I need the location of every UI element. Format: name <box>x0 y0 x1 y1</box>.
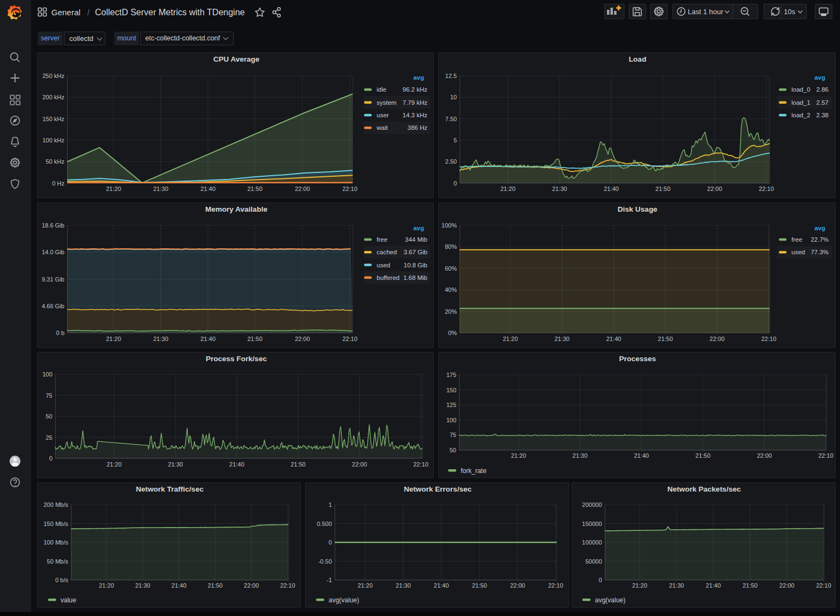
svg-text:100%: 100% <box>442 222 457 229</box>
svg-text:100 Mb/s: 100 Mb/s <box>44 539 69 546</box>
svg-text:21:50: 21:50 <box>290 461 306 468</box>
svg-text:21:50: 21:50 <box>742 582 758 589</box>
svg-text:386 Hz: 386 Hz <box>408 124 428 131</box>
svg-text:150 Mb/s: 150 Mb/s <box>44 521 69 527</box>
svg-text:Disk Usage: Disk Usage <box>618 205 658 213</box>
svg-text:200000: 200000 <box>582 501 602 508</box>
svg-text:load_0: load_0 <box>791 86 811 93</box>
svg-text:Network Traffic/sec: Network Traffic/sec <box>136 485 204 493</box>
svg-text:21:30: 21:30 <box>135 582 151 589</box>
svg-text:CollectD Server Metrics with T: CollectD Server Metrics with TDengine <box>95 8 245 17</box>
svg-text:Memory Available: Memory Available <box>205 205 267 213</box>
svg-text:20%: 20% <box>445 308 457 315</box>
svg-text:22:00: 22:00 <box>352 461 367 468</box>
svg-text:Process Fork/sec: Process Fork/sec <box>206 355 267 363</box>
svg-text:14.3 kHz: 14.3 kHz <box>403 112 428 118</box>
svg-text:96.2 kHz: 96.2 kHz <box>403 86 428 93</box>
svg-text:21:40: 21:40 <box>200 186 216 192</box>
svg-text:value: value <box>61 596 76 604</box>
svg-text:1: 1 <box>329 501 332 508</box>
svg-text:21:50: 21:50 <box>695 452 711 459</box>
svg-text:40%: 40% <box>445 286 457 293</box>
svg-text:2.50: 2.50 <box>445 158 457 165</box>
svg-text:system: system <box>377 99 396 106</box>
svg-text:12.5: 12.5 <box>445 73 457 79</box>
svg-text:22:00: 22:00 <box>510 582 525 589</box>
svg-text:avg: avg <box>814 225 825 231</box>
svg-text:75: 75 <box>46 392 52 399</box>
svg-text:80%: 80% <box>445 243 457 250</box>
svg-text:22.7%: 22.7% <box>811 236 829 243</box>
svg-text:22:10: 22:10 <box>818 452 833 459</box>
svg-text:100000: 100000 <box>582 539 602 546</box>
svg-text:150: 150 <box>446 387 456 393</box>
svg-text:150000: 150000 <box>582 521 602 527</box>
svg-text:25: 25 <box>46 434 52 441</box>
svg-text:7.50: 7.50 <box>445 116 457 122</box>
svg-text:avg: avg <box>413 74 424 81</box>
svg-text:22:10: 22:10 <box>413 461 428 468</box>
svg-text:avg: avg <box>413 225 424 231</box>
svg-text:21:40: 21:40 <box>706 582 721 589</box>
svg-text:75: 75 <box>450 432 456 438</box>
svg-text:14.0 Gib: 14.0 Gib <box>41 249 64 255</box>
svg-text:50 Mb/s: 50 Mb/s <box>47 558 69 565</box>
svg-text:21:50: 21:50 <box>247 336 263 342</box>
svg-text:4.66 Gib: 4.66 Gib <box>41 303 64 309</box>
svg-text:free: free <box>791 236 802 243</box>
svg-text:wait: wait <box>376 124 388 131</box>
svg-text:21:40: 21:40 <box>200 336 216 342</box>
svg-text:7.79 kHz: 7.79 kHz <box>403 99 428 106</box>
svg-text:load_1: load_1 <box>791 99 811 106</box>
svg-text:21:20: 21:20 <box>106 461 122 468</box>
svg-text:22:10: 22:10 <box>342 186 358 192</box>
svg-text:22:00: 22:00 <box>707 186 723 192</box>
svg-text:22:00: 22:00 <box>244 582 259 589</box>
svg-text:344 Mib: 344 Mib <box>405 236 427 243</box>
svg-text:0 Hz: 0 Hz <box>52 180 64 187</box>
svg-text:21:20: 21:20 <box>503 336 518 342</box>
svg-text:used: used <box>377 262 390 268</box>
svg-text:load_2: load_2 <box>791 112 811 118</box>
svg-text:21:30: 21:30 <box>168 461 183 468</box>
svg-text:150 kHz: 150 kHz <box>43 116 64 122</box>
svg-text:0: 0 <box>454 180 457 187</box>
svg-text:22:10: 22:10 <box>342 336 358 342</box>
svg-text:21:40: 21:40 <box>634 452 649 459</box>
svg-text:21:30: 21:30 <box>555 336 570 342</box>
svg-text:2.57: 2.57 <box>817 99 829 106</box>
svg-text:1.68 Mib: 1.68 Mib <box>403 274 427 281</box>
svg-text:125: 125 <box>446 402 456 408</box>
svg-text:buffered: buffered <box>377 274 400 281</box>
svg-text:21:20: 21:20 <box>99 582 114 589</box>
svg-text:avg: avg <box>814 74 825 81</box>
svg-text:21:40: 21:40 <box>606 336 622 342</box>
svg-text:free: free <box>377 236 388 243</box>
svg-text:avg(value): avg(value) <box>329 596 359 604</box>
svg-text:22:00: 22:00 <box>710 336 725 342</box>
svg-text:CPU Average: CPU Average <box>213 55 260 63</box>
svg-text:-1: -1 <box>326 577 332 583</box>
svg-text:21:30: 21:30 <box>153 186 169 192</box>
svg-text:100 kHz: 100 kHz <box>43 137 64 143</box>
svg-text:5: 5 <box>454 137 457 143</box>
svg-text:21:30: 21:30 <box>573 452 588 459</box>
svg-text:21:40: 21:40 <box>434 582 449 589</box>
svg-text:0: 0 <box>49 455 52 462</box>
svg-text:100: 100 <box>43 371 52 378</box>
svg-text:10.8 Gib: 10.8 Gib <box>404 262 427 268</box>
svg-text:2.38: 2.38 <box>817 112 829 118</box>
svg-text:avg(value): avg(value) <box>595 596 625 604</box>
svg-text:21:50: 21:50 <box>472 582 487 589</box>
svg-text:fork_rate: fork_rate <box>461 467 487 475</box>
svg-text:0.500: 0.500 <box>317 521 332 527</box>
svg-text:21:30: 21:30 <box>153 336 169 342</box>
svg-text:user: user <box>377 112 389 118</box>
svg-text:0: 0 <box>599 577 602 583</box>
svg-text:21:40: 21:40 <box>229 461 245 468</box>
svg-text:used: used <box>791 249 805 255</box>
svg-text:0 b/s: 0 b/s <box>55 577 68 583</box>
svg-text:22:10: 22:10 <box>280 582 295 589</box>
svg-text:50: 50 <box>450 447 456 453</box>
svg-text:250 kHz: 250 kHz <box>43 73 64 79</box>
